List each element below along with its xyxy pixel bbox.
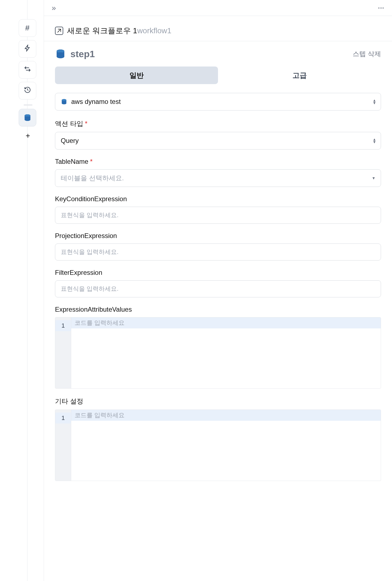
add-step-button[interactable]: + [23,131,33,141]
breadcrumb: 새로운 워크플로우 1workflow1 [44,16,392,41]
exprattrvalues-label: ExpressionAttributeValues [55,306,381,313]
svg-point-5 [57,52,64,56]
projection-input[interactable] [55,244,381,261]
keycondition-input[interactable] [55,207,381,224]
more-icon[interactable]: ··· [378,4,384,12]
other-settings-label: 기타 설정 [55,397,381,406]
svg-point-7 [62,99,67,101]
sidebar-step-dynamo[interactable] [19,109,36,126]
dynamodb-icon [61,98,67,105]
tabs: 일반 고급 [55,67,381,84]
datasource-value: aws dynamo test [71,98,121,106]
workflow-icon [55,27,63,35]
step-title[interactable]: step1 [70,49,95,59]
sidebar-nav-bolt[interactable] [19,40,36,58]
dynamodb-icon [55,48,66,59]
filter-label: FilterExpression [55,269,381,276]
action-type-select[interactable]: Query [55,132,381,150]
code-gutter: 1 [55,317,71,388]
action-type-label: 액션 타입* [55,119,381,128]
code-placeholder: 코드를 입력하세요 [71,410,381,421]
workflow-id: workflow1 [137,26,171,35]
bolt-icon [24,45,31,54]
delete-step-button[interactable]: 스텝 삭제 [353,49,381,58]
sidebar-separator [24,104,32,106]
swap-icon [24,65,31,74]
tab-general[interactable]: 일반 [55,67,218,84]
plus-icon: + [26,131,30,140]
chevron-down-icon: ▼ [372,177,376,179]
tablename-select[interactable]: 테이블을 선택하세요. [55,169,381,187]
step-sidebar: # + [27,0,44,581]
projection-label: ProjectionExpression [55,232,381,240]
tablename-placeholder: 테이블을 선택하세요. [61,174,124,182]
exprattrvalues-editor[interactable]: 1 코드를 입력하세요 [55,317,381,389]
topbar: » ··· [44,0,392,16]
hash-icon: # [25,24,30,32]
sidebar-nav-hash[interactable]: # [19,19,36,37]
keycondition-label: KeyConditionExpression [55,195,381,203]
code-gutter: 1 [55,410,71,481]
workflow-title: 새로운 워크플로우 1 [67,26,137,35]
tablename-label: TableName* [55,158,381,165]
other-settings-editor[interactable]: 1 코드를 입력하세요 [55,410,381,481]
tab-advanced[interactable]: 고급 [218,67,381,84]
chevron-sort-icon: ▴▾ [373,99,376,104]
code-placeholder: 코드를 입력하세요 [71,317,381,328]
svg-point-2 [24,117,30,119]
sidebar-nav-history[interactable] [19,82,36,99]
action-type-value: Query [61,137,79,145]
sidebar-nav-swap[interactable] [19,61,36,79]
datasource-select[interactable]: aws dynamo test [55,93,381,110]
chevron-sort-icon: ▴▾ [373,138,376,143]
dynamodb-icon [23,114,32,122]
filter-input[interactable] [55,280,381,297]
history-icon [24,86,31,95]
expand-icon[interactable]: » [52,4,54,12]
